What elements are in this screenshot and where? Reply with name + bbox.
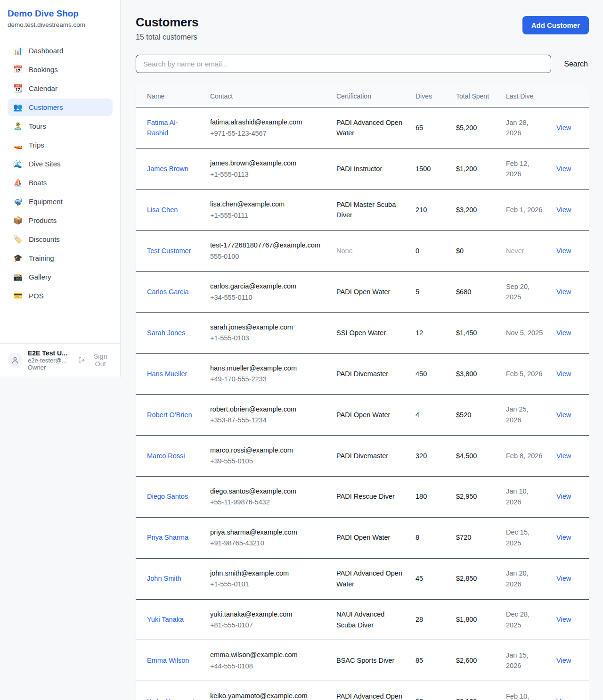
- table-row: Sarah Jones sarah.jones@example.com +1-5…: [136, 312, 589, 353]
- customer-name-link[interactable]: Sarah Jones: [147, 329, 185, 337]
- customer-phone: +39-555-0105: [210, 456, 325, 466]
- customer-email: james.brown@example.com: [210, 158, 325, 168]
- search-button[interactable]: Search: [563, 58, 589, 70]
- sidebar-nav: 📊 Dashboard 📅 Bookings 📆 Calendar 👥 Cust…: [0, 35, 120, 343]
- customer-email: carlos.garcia@example.com: [210, 281, 325, 291]
- sidebar-item-label: Discounts: [29, 235, 60, 243]
- customer-email: diego.santos@example.com: [210, 486, 325, 496]
- customer-last-dive: Sep 20, 2025: [500, 272, 551, 313]
- sidebar-item-label: Dive Sites: [29, 160, 61, 168]
- sidebar-item-customers[interactable]: 👥 Customers: [8, 99, 113, 116]
- table-row: Carlos Garcia carlos.garcia@example.com …: [136, 272, 589, 313]
- sign-out-button[interactable]: Sign Out: [78, 353, 113, 368]
- customer-certification: PADI Open Water: [331, 272, 410, 313]
- table-row: Test Customer test-1772681807767@example…: [136, 231, 589, 272]
- avatar: [8, 353, 23, 368]
- customer-name-link[interactable]: Diego Santos: [147, 493, 188, 500]
- user-role: Owner: [28, 364, 73, 371]
- sidebar-item-trips[interactable]: 🚤 Trips: [8, 136, 113, 154]
- customer-certification: None: [331, 231, 410, 272]
- view-link[interactable]: View: [556, 247, 571, 255]
- view-link[interactable]: View: [556, 288, 571, 296]
- sidebar-item-boats[interactable]: ⛵ Boats: [8, 174, 113, 191]
- customer-phone: +81-555-0107: [210, 620, 325, 630]
- view-link[interactable]: View: [556, 493, 571, 500]
- customer-dives: 8: [410, 517, 450, 558]
- customer-certification: PADI Divemaster: [331, 435, 410, 476]
- sidebar-item-label: Trips: [29, 141, 44, 149]
- customer-last-dive: Dec 28, 2025: [500, 599, 551, 640]
- customer-email: emma.wilson@example.com: [210, 650, 325, 660]
- sidebar-item-dashboard[interactable]: 📊 Dashboard: [8, 42, 113, 59]
- page-header: Customers 15 total customers Add Custome…: [136, 15, 589, 41]
- customer-name-link[interactable]: Hans Mueller: [147, 370, 187, 378]
- customer-dives: 65: [410, 107, 450, 148]
- customer-dives: 4: [410, 394, 450, 435]
- customer-last-dive: Jan 28, 2026: [500, 107, 551, 148]
- customer-name-link[interactable]: Priya Sharma: [147, 534, 188, 541]
- customer-last-dive: Feb 1, 2026: [500, 189, 551, 231]
- view-link[interactable]: View: [556, 698, 571, 700]
- camera-flash-icon: 📸: [13, 273, 23, 281]
- customer-total-spent: $2,850: [450, 558, 500, 599]
- sidebar-item-dive-sites[interactable]: 🌊 Dive Sites: [8, 155, 113, 173]
- customer-certification: PADI Open Water: [331, 394, 410, 435]
- view-link[interactable]: View: [556, 411, 571, 419]
- sidebar-item-label: Tours: [29, 122, 46, 130]
- speedboat-icon: 🚤: [13, 141, 23, 149]
- customer-certification: PADI Instructor: [331, 148, 410, 189]
- search-input[interactable]: [136, 55, 551, 73]
- customer-total-spent: $5,200: [450, 107, 500, 148]
- view-link[interactable]: View: [556, 657, 571, 664]
- customer-name-link[interactable]: Marco Rossi: [147, 452, 185, 460]
- view-link[interactable]: View: [556, 165, 571, 173]
- customer-name-link[interactable]: Test Customer: [147, 247, 191, 255]
- view-link[interactable]: View: [556, 616, 571, 623]
- customer-dives: 95: [410, 681, 450, 700]
- customer-name-link[interactable]: Robert O'Brien: [147, 411, 192, 419]
- customer-name-link[interactable]: Yuki Tanaka: [147, 616, 184, 623]
- add-customer-button[interactable]: Add Customer: [522, 16, 589, 34]
- view-link[interactable]: View: [556, 206, 571, 214]
- customer-email: hans.mueller@example.com: [210, 363, 325, 373]
- customer-email: robert.obrien@example.com: [210, 404, 325, 414]
- customer-dives: 450: [410, 353, 450, 394]
- view-link[interactable]: View: [556, 329, 571, 337]
- view-link[interactable]: View: [556, 370, 571, 378]
- customer-total-spent: $1,200: [450, 148, 500, 189]
- customer-name-link[interactable]: John Smith: [147, 575, 181, 582]
- table-header: Name Contact Certification Dives Total S…: [136, 85, 589, 107]
- view-link[interactable]: View: [556, 575, 571, 582]
- sidebar-item-calendar[interactable]: 📆 Calendar: [8, 80, 113, 97]
- sidebar-item-gallery[interactable]: 📸 Gallery: [8, 268, 113, 286]
- shop-domain: demo.test.divestreams.com: [8, 21, 113, 28]
- sidebar-item-products[interactable]: 📦 Products: [8, 212, 113, 229]
- table-row: Yuki Tanaka yuki.tanaka@example.com +81-…: [136, 599, 589, 640]
- customer-total-spent: $4,500: [450, 435, 500, 476]
- sidebar-item-bookings[interactable]: 📅 Bookings: [8, 61, 113, 78]
- customer-name-link[interactable]: James Brown: [147, 165, 188, 173]
- customer-name-link[interactable]: Carlos Garcia: [147, 288, 189, 296]
- sidebar-item-pos[interactable]: 💳 POS: [8, 287, 113, 305]
- table-row: Robert O'Brien robert.obrien@example.com…: [136, 394, 589, 435]
- customer-phone: +55-11-99876-5432: [210, 497, 325, 507]
- customer-name-link[interactable]: Fatima Al-Rashid: [147, 119, 178, 137]
- customer-name-link[interactable]: Keiko Yamamoto: [147, 698, 198, 700]
- table-row: Keiko Yamamoto keiko.yamamoto@example.co…: [136, 681, 589, 700]
- sidebar-item-label: Boats: [29, 179, 47, 187]
- sidebar-item-discounts[interactable]: 🏷️ Discounts: [8, 231, 113, 248]
- sidebar-item-equipment[interactable]: 🤿 Equipment: [8, 193, 113, 210]
- customer-email: priya.sharma@example.com: [210, 527, 325, 537]
- sidebar-item-tours[interactable]: 🏝️ Tours: [8, 117, 113, 135]
- view-link[interactable]: View: [556, 124, 571, 132]
- view-link[interactable]: View: [556, 452, 571, 460]
- table-row: Diego Santos diego.santos@example.com +5…: [136, 476, 589, 517]
- customer-total-spent: $0: [450, 231, 500, 272]
- customer-email: yuki.tanaka@example.com: [210, 609, 325, 619]
- customer-name-link[interactable]: Lisa Chen: [147, 206, 178, 214]
- sidebar-item-training[interactable]: 🎓 Training: [8, 249, 113, 267]
- customer-name-link[interactable]: Emma Wilson: [147, 657, 189, 664]
- customer-email: fatima.alrashid@example.com: [210, 117, 325, 127]
- view-link[interactable]: View: [556, 534, 571, 541]
- customer-phone: +1-555-0111: [210, 210, 325, 221]
